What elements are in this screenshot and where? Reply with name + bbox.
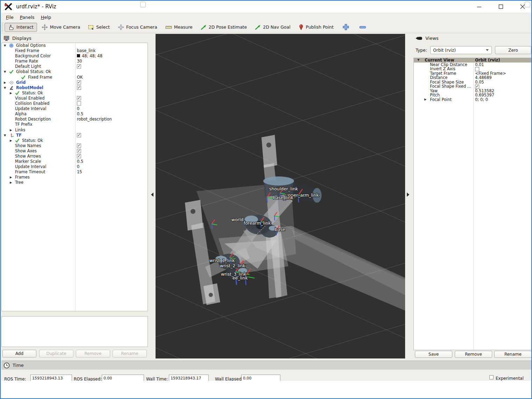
collapse-right-panel-arrow[interactable]: [407, 193, 409, 197]
expand-arrow-icon[interactable]: ▶: [10, 90, 12, 96]
tree-row-invert-z-axis[interactable]: Invert Z Axis: [414, 67, 532, 71]
zero-button[interactable]: Zero: [495, 46, 531, 54]
row-value[interactable]: 30: [77, 59, 82, 64]
tree-row-tf-prefix[interactable]: TF Prefix: [2, 122, 148, 127]
tool-interact[interactable]: Interact: [5, 23, 37, 32]
row-value[interactable]: 15: [77, 169, 82, 175]
tool-publish-point[interactable]: Publish Point: [295, 22, 337, 32]
tree-row-fixed-frame[interactable]: Fixed Framebase_link: [2, 48, 148, 53]
expand-arrow-icon[interactable]: ▶: [10, 180, 12, 185]
collapse-arrow-icon[interactable]: ▼: [4, 43, 6, 48]
minimize-button[interactable]: [473, 2, 485, 12]
view-type-dropdown[interactable]: Orbit (rviz): [430, 46, 492, 54]
checkbox-checked[interactable]: ✓: [77, 144, 81, 148]
menu-item-panels[interactable]: Panels: [17, 14, 38, 21]
tree-row-tf[interactable]: ▼TF✓: [2, 133, 148, 138]
remove-button[interactable]: Remove: [455, 351, 492, 358]
row-value[interactable]: 0.5: [77, 159, 83, 164]
tool-2d-pose-estimate[interactable]: 2D Pose Estimate: [197, 23, 251, 32]
tree-row-default-light[interactable]: Default Light✓: [2, 64, 148, 69]
collapse-arrow-icon[interactable]: ▼: [4, 85, 6, 90]
collapse-arrow-icon[interactable]: ▼: [4, 69, 6, 74]
tree-row-current-view[interactable]: ▼Current ViewOrbit (rviz): [414, 58, 532, 63]
collapse-arrow-icon[interactable]: ▼: [417, 58, 419, 63]
tree-row-show-arrows[interactable]: Show Arrows✓: [2, 154, 148, 159]
expand-arrow-icon[interactable]: ▶: [424, 97, 426, 102]
row-value[interactable]: 0.05: [475, 80, 484, 85]
tree-row-global-status-ok[interactable]: ▼Global Status: Ok: [2, 69, 148, 74]
row-value[interactable]: 0: [77, 164, 79, 169]
duplicate-button[interactable]: Duplicate: [39, 350, 73, 357]
maximize-button[interactable]: [495, 2, 507, 12]
tree-row-focal-point[interactable]: ▶Focal Point0; 0; 0: [414, 97, 532, 102]
displays-float-button[interactable]: [140, 2, 146, 7]
tree-row-status-ok[interactable]: ▶Status: Ok: [2, 138, 148, 143]
tree-row-frames[interactable]: ▶Frames: [2, 175, 148, 180]
tree-row-update-interval[interactable]: Update Interval0: [2, 164, 148, 169]
row-value[interactable]: 0; 0; 0: [475, 97, 488, 102]
rename-button[interactable]: Rename: [494, 351, 532, 358]
tree-row-show-names[interactable]: Show Names✓: [2, 143, 148, 148]
menu-item-file[interactable]: File: [3, 14, 17, 21]
expand-arrow-icon[interactable]: ▶: [10, 175, 12, 180]
row-value[interactable]: 0: [77, 106, 79, 111]
toolbar-drag-handle[interactable]: [1, 23, 3, 32]
collapse-arrow-icon[interactable]: ▼: [4, 133, 6, 138]
rename-button[interactable]: Rename: [113, 350, 147, 357]
remove-button[interactable]: Remove: [76, 350, 110, 357]
tree-row-collision-enabled[interactable]: Collision Enabled: [2, 101, 148, 106]
row-value[interactable]: OK: [77, 75, 83, 80]
expand-arrow-icon[interactable]: ▶: [4, 80, 6, 85]
tree-row-status-ok[interactable]: ▶Status: Ok: [2, 90, 148, 96]
tree-row-background-color[interactable]: Background Color48; 48; 48: [2, 53, 148, 59]
tree-row-frame-rate[interactable]: Frame Rate30: [2, 59, 148, 64]
tree-row-visual-enabled[interactable]: Visual Enabled✓: [2, 96, 148, 101]
views-panel-header[interactable]: Views: [414, 34, 532, 43]
checkbox-checked[interactable]: ✓: [77, 149, 81, 153]
add-button[interactable]: Add: [2, 350, 36, 357]
tool-plus-icon[interactable]: [338, 22, 354, 32]
checkbox-checked[interactable]: ✓: [77, 80, 81, 85]
checkbox-checked[interactable]: ✓: [77, 96, 81, 100]
row-value[interactable]: base_link: [77, 48, 96, 53]
expand-arrow-icon[interactable]: ▶: [10, 128, 12, 133]
tool-focus-camera[interactable]: Focus Camera: [114, 22, 161, 32]
tree-row-global-options[interactable]: ▼Global Options: [2, 43, 148, 48]
checkbox-checked[interactable]: ✓: [77, 154, 81, 158]
save-button[interactable]: Save: [415, 351, 452, 358]
menu-item-help[interactable]: Help: [38, 14, 55, 21]
tree-row-frame-timeout[interactable]: Frame Timeout15: [2, 169, 148, 175]
tree-row-robotmodel[interactable]: ▼RobotModel✓: [2, 85, 148, 90]
tree-row-update-interval[interactable]: Update Interval0: [2, 106, 148, 111]
tree-row-distance[interactable]: Distance4.48689: [414, 75, 532, 80]
tree-row-fixed-frame[interactable]: Fixed FrameOK: [2, 75, 148, 80]
tree-row-marker-scale[interactable]: Marker Scale0.5: [2, 159, 148, 164]
tool-measure[interactable]: Measure: [162, 23, 196, 31]
row-value[interactable]: 48; 48; 48: [77, 53, 102, 59]
time-panel-header[interactable]: Time: [1, 361, 532, 370]
tool-select[interactable]: Select: [85, 23, 113, 32]
tree-row-tree[interactable]: ▶Tree: [2, 180, 148, 185]
displays-panel-header[interactable]: Displays: [1, 34, 148, 43]
tree-row-grid[interactable]: ▶Grid✓: [2, 80, 148, 85]
tool-move-camera[interactable]: Move Camera: [38, 22, 84, 32]
checkbox-unchecked[interactable]: [77, 101, 81, 106]
tree-row-focal-shape-fixed-[interactable]: Focal Shape Fixed ...✓: [414, 84, 532, 89]
experimental-checkbox[interactable]: [489, 375, 494, 379]
checkbox-checked[interactable]: ✓: [77, 133, 81, 137]
3d-viewport[interactable]: shoulder_linkupper_arm_linkbase_linkworl…: [156, 34, 405, 358]
expand-arrow-icon[interactable]: ▶: [10, 138, 12, 143]
tree-row-show-axes[interactable]: Show Axes✓: [2, 148, 148, 154]
collapse-left-panel-arrow[interactable]: [151, 193, 153, 197]
tool-minus-icon[interactable]: [355, 24, 371, 30]
row-value[interactable]: robot_description: [77, 117, 112, 122]
row-value[interactable]: 0.01: [475, 63, 484, 67]
tool-2d-nav-goal[interactable]: 2D Nav Goal: [251, 23, 294, 32]
checkbox-checked[interactable]: ✓: [77, 64, 81, 68]
tree-row-links[interactable]: ▶Links: [2, 128, 148, 133]
title-bar[interactable]: urdf.rviz* - RViz: [1, 1, 531, 13]
views-float-button[interactable]: [525, 2, 530, 7]
checkbox-checked[interactable]: ✓: [77, 86, 81, 90]
tree-row-robot-description[interactable]: Robot Descriptionrobot_description: [2, 117, 148, 122]
row-value[interactable]: 0.5: [77, 111, 83, 117]
